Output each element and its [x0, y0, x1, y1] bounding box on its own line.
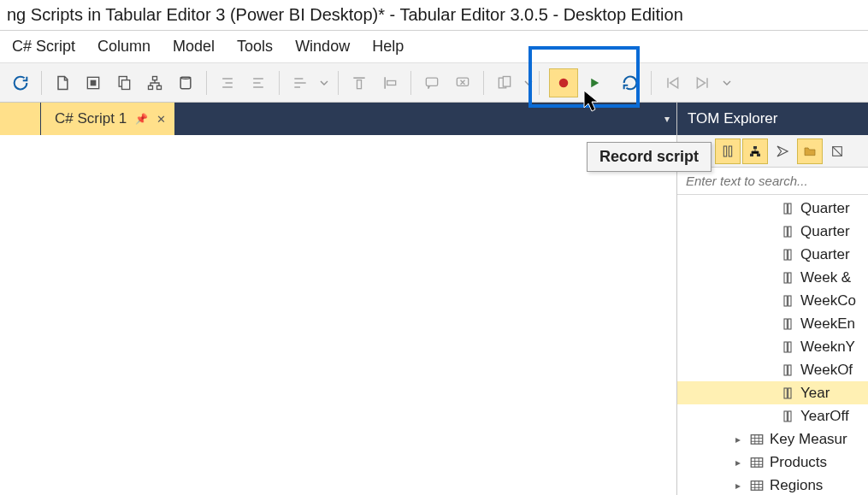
show-columns-button[interactable] — [715, 138, 741, 164]
svg-rect-29 — [784, 296, 787, 306]
svg-rect-6 — [157, 85, 162, 89]
expander-icon[interactable]: ▸ — [732, 480, 744, 492]
expander-icon[interactable]: ▸ — [732, 433, 744, 445]
dedent-button[interactable] — [213, 68, 242, 97]
align-left-button[interactable] — [375, 68, 404, 97]
tree-column-item[interactable]: WeeknY — [677, 335, 868, 358]
table-icon — [749, 455, 765, 470]
column-icon — [780, 224, 795, 239]
tom-tree[interactable]: QuarterQuarterQuarterWeek &WeekCoWeekEnW… — [677, 195, 868, 495]
svg-rect-36 — [788, 365, 791, 375]
format-dropdown[interactable] — [316, 68, 332, 97]
tab-csharp-script[interactable]: C# Script 1 📌 ✕ — [41, 103, 174, 135]
menu-csharp-script[interactable]: C# Script — [9, 36, 79, 57]
tree-table-item[interactable]: ▸Products — [677, 451, 868, 474]
tree-column-item[interactable]: WeekEn — [677, 312, 868, 335]
expander-icon[interactable]: ▸ — [732, 457, 744, 468]
menu-bar: C# Script Column Model Tools Window Help — [0, 31, 868, 63]
refresh-button[interactable] — [6, 68, 35, 97]
new-measure-button[interactable] — [79, 68, 108, 97]
format-button[interactable] — [286, 68, 315, 97]
column-icon — [780, 201, 795, 216]
bookmark-button[interactable] — [490, 68, 519, 97]
record-script-button[interactable] — [549, 68, 578, 97]
svg-rect-26 — [788, 250, 791, 260]
show-hierarchies-button[interactable] — [742, 138, 768, 164]
undo-button[interactable] — [616, 68, 645, 97]
tab-overflow-dropdown[interactable]: ▾ — [658, 103, 676, 135]
svg-rect-41 — [751, 434, 763, 444]
menu-window[interactable]: Window — [292, 36, 353, 57]
tree-column-item[interactable]: YearOff — [677, 404, 868, 427]
svg-rect-4 — [153, 76, 157, 80]
svg-rect-34 — [788, 342, 791, 352]
menu-model[interactable]: Model — [169, 36, 218, 57]
comment-button[interactable] — [417, 68, 446, 97]
script-editor[interactable] — [0, 135, 676, 495]
menu-tools[interactable]: Tools — [233, 36, 276, 57]
tree-table-item[interactable]: ▸Key Measur — [677, 427, 868, 451]
svg-rect-3 — [122, 80, 130, 89]
svg-rect-25 — [784, 250, 787, 260]
tree-table-item[interactable]: ▸Regions — [677, 474, 868, 495]
tree-item-label: WeekCo — [800, 292, 856, 309]
tree-column-item[interactable]: Quarter — [677, 197, 868, 220]
tree-item-label: Week & — [800, 269, 851, 286]
tab-gutter — [0, 103, 41, 135]
show-measures-button[interactable] — [770, 138, 795, 164]
tree-column-item[interactable]: WeekOf — [677, 358, 868, 381]
column-icon — [780, 386, 795, 401]
copy-button[interactable] — [109, 68, 139, 97]
show-folders-button[interactable] — [797, 138, 823, 164]
uncomment-button[interactable] — [448, 68, 477, 97]
script-button[interactable] — [171, 68, 200, 97]
menu-column[interactable]: Column — [94, 36, 154, 57]
tree-column-item[interactable]: Year — [677, 381, 868, 404]
bookmark-dropdown[interactable] — [521, 68, 536, 97]
tree-column-item[interactable]: Week & — [677, 266, 868, 289]
menu-help[interactable]: Help — [369, 36, 407, 57]
tree-column-item[interactable]: Quarter — [677, 220, 868, 243]
step-dropdown[interactable] — [719, 68, 735, 97]
tree-item-label: Regions — [770, 477, 823, 494]
column-icon — [780, 339, 795, 355]
svg-rect-31 — [784, 319, 787, 329]
column-icon — [780, 293, 795, 309]
record-script-tooltip: Record script — [587, 142, 712, 172]
show-partitions-button[interactable] — [824, 138, 850, 164]
tab-strip: C# Script 1 📌 ✕ ▾ — [0, 103, 676, 135]
svg-rect-15 — [723, 146, 726, 156]
tree-column-item[interactable]: WeekCo — [677, 289, 868, 312]
window-title: ng Scripts in Tabular Editor 3 (Power BI… — [7, 5, 683, 25]
svg-rect-24 — [788, 227, 791, 237]
svg-rect-16 — [729, 146, 731, 156]
editor-area: C# Script 1 📌 ✕ ▾ — [0, 103, 676, 495]
new-file-button[interactable] — [48, 68, 77, 97]
svg-rect-1 — [91, 80, 97, 85]
step-forward-button[interactable] — [688, 68, 717, 97]
svg-rect-38 — [788, 388, 791, 398]
align-top-button[interactable] — [345, 68, 374, 97]
svg-rect-10 — [426, 78, 437, 85]
svg-rect-27 — [784, 273, 787, 283]
svg-rect-37 — [784, 388, 787, 398]
svg-rect-19 — [757, 153, 760, 156]
hierarchy-button[interactable] — [140, 68, 169, 97]
column-icon — [780, 270, 795, 286]
tree-column-item[interactable]: Quarter — [677, 243, 868, 266]
pin-icon[interactable]: 📌 — [135, 113, 148, 125]
svg-rect-32 — [788, 319, 791, 329]
tooltip-text: Record script — [599, 148, 699, 165]
indent-button[interactable] — [244, 68, 273, 97]
step-back-button[interactable] — [658, 68, 687, 97]
svg-rect-39 — [784, 411, 787, 421]
svg-rect-13 — [503, 76, 510, 86]
tree-item-label: YearOff — [800, 408, 849, 425]
svg-rect-35 — [784, 365, 787, 375]
table-icon — [749, 432, 765, 447]
tree-item-label: Quarter — [800, 246, 850, 263]
main-toolbar — [0, 63, 868, 103]
close-icon[interactable]: ✕ — [156, 113, 166, 126]
svg-rect-17 — [753, 146, 757, 149]
run-script-button[interactable] — [580, 68, 609, 97]
